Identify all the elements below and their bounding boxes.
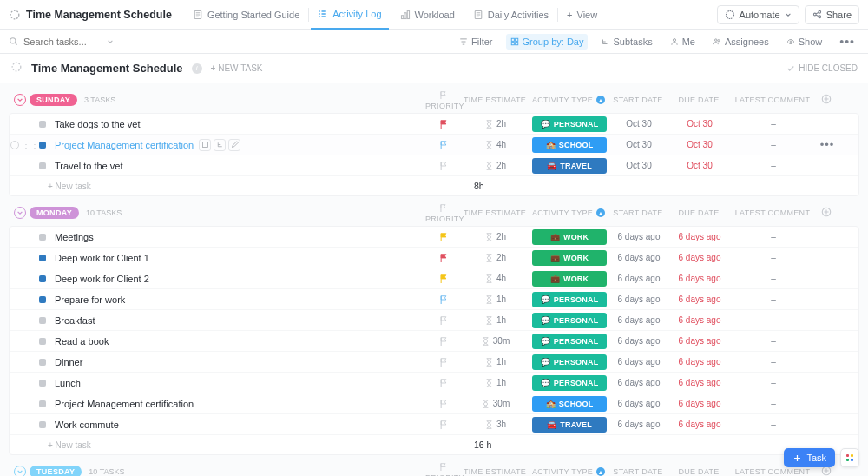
due-date-cell[interactable]: 6 days ago bbox=[669, 393, 730, 413]
priority-flag-icon[interactable] bbox=[439, 119, 448, 129]
task-name[interactable]: Read a book bbox=[55, 336, 423, 347]
task-name[interactable]: Dinner bbox=[55, 357, 423, 367]
tab-workload[interactable]: Workload bbox=[393, 0, 462, 30]
plus-circle-icon[interactable] bbox=[821, 94, 832, 104]
col-activity-type[interactable]: ACTIVITY TYPE ▲ bbox=[529, 96, 608, 104]
activity-type-cell[interactable]: 💼WORK bbox=[530, 227, 608, 247]
priority-cell[interactable] bbox=[426, 331, 461, 351]
due-date-cell[interactable]: 6 days ago bbox=[669, 268, 730, 288]
start-date-cell[interactable]: Oct 30 bbox=[608, 114, 669, 134]
priority-flag-icon[interactable] bbox=[439, 420, 448, 430]
day-label[interactable]: MONDAY bbox=[30, 207, 79, 219]
activity-type-cell[interactable]: 💬PERSONAL bbox=[530, 331, 608, 351]
activity-type-cell[interactable]: 💬PERSONAL bbox=[530, 289, 608, 309]
status-square[interactable] bbox=[39, 317, 46, 324]
col-activity-type[interactable]: ACTIVITY TYPE ▲ bbox=[529, 208, 608, 217]
comment-cell[interactable]: – bbox=[730, 155, 817, 175]
priority-flag-icon[interactable] bbox=[439, 274, 448, 284]
due-date-cell[interactable]: Oct 30 bbox=[669, 155, 730, 175]
priority-cell[interactable] bbox=[426, 310, 461, 330]
start-date-cell[interactable]: 6 days ago bbox=[608, 414, 669, 434]
activity-type-cell[interactable]: 🏫SCHOOL bbox=[530, 393, 608, 413]
task-row[interactable]: Deep work for Client 1 2h 💼WORK 6 days a… bbox=[10, 248, 858, 268]
collapse-caret[interactable] bbox=[14, 94, 26, 106]
edit-icon[interactable] bbox=[228, 139, 240, 151]
status-square[interactable] bbox=[39, 296, 46, 303]
select-radio[interactable] bbox=[10, 141, 19, 149]
share-button[interactable]: Share bbox=[805, 5, 859, 24]
search-input[interactable] bbox=[23, 36, 102, 47]
filter-option[interactable]: Filter bbox=[455, 34, 496, 50]
due-date-cell[interactable]: 6 days ago bbox=[669, 227, 730, 247]
status-square[interactable] bbox=[39, 338, 46, 345]
task-name[interactable]: Travel to the vet bbox=[55, 161, 423, 171]
comment-cell[interactable]: – bbox=[730, 373, 817, 393]
due-date-cell[interactable]: 6 days ago bbox=[669, 331, 730, 351]
status-square[interactable] bbox=[39, 121, 46, 128]
task-row[interactable]: Breakfast 1h 💬PERSONAL 6 days ago 6 days… bbox=[10, 310, 858, 331]
estimate-cell[interactable]: 2h bbox=[461, 227, 530, 247]
task-name[interactable]: Breakfast bbox=[55, 315, 423, 326]
activity-type-cell[interactable]: 💼WORK bbox=[530, 268, 608, 288]
comment-cell[interactable]: – bbox=[730, 393, 817, 413]
col-due-date[interactable]: DUE DATE bbox=[668, 208, 729, 217]
estimate-cell[interactable]: 2h bbox=[461, 114, 530, 134]
start-date-cell[interactable]: Oct 30 bbox=[608, 135, 669, 155]
start-date-cell[interactable]: 6 days ago bbox=[608, 248, 669, 268]
estimate-cell[interactable]: 4h bbox=[461, 135, 530, 155]
task-name[interactable]: Deep work for Client 2 bbox=[55, 274, 423, 284]
status-square[interactable] bbox=[39, 359, 46, 366]
new-task-fab[interactable]: Task bbox=[784, 448, 835, 467]
col-start-date[interactable]: START DATE bbox=[608, 467, 668, 476]
col-priority[interactable]: PRIORITY bbox=[425, 203, 460, 223]
comment-cell[interactable]: – bbox=[730, 310, 817, 330]
status-square[interactable] bbox=[39, 162, 46, 169]
priority-flag-icon[interactable] bbox=[439, 161, 448, 171]
due-date-cell[interactable]: 6 days ago bbox=[669, 352, 730, 372]
rename-icon[interactable] bbox=[199, 139, 211, 151]
tab-activity-log[interactable]: Activity Log bbox=[311, 0, 388, 30]
task-row[interactable]: Dinner 1h 💬PERSONAL 6 days ago 6 days ag… bbox=[10, 352, 858, 373]
comment-cell[interactable]: – bbox=[730, 331, 817, 351]
task-row[interactable]: Deep work for Client 2 4h 💼WORK 6 days a… bbox=[10, 268, 858, 289]
hide-closed-toggle[interactable]: HIDE CLOSED bbox=[786, 63, 858, 73]
start-date-cell[interactable]: 6 days ago bbox=[608, 310, 669, 330]
start-date-cell[interactable]: 6 days ago bbox=[608, 393, 669, 413]
activity-type-cell[interactable]: 💬PERSONAL bbox=[530, 114, 608, 134]
add-column[interactable] bbox=[816, 207, 837, 219]
estimate-cell[interactable]: 1h bbox=[461, 289, 530, 309]
col-due-date[interactable]: DUE DATE bbox=[668, 96, 729, 104]
task-row[interactable]: Read a book 30m 💬PERSONAL 6 days ago 6 d… bbox=[10, 331, 858, 352]
comment-cell[interactable]: – bbox=[730, 135, 817, 155]
priority-flag-icon[interactable] bbox=[439, 336, 448, 347]
assignees-option[interactable]: Assignees bbox=[708, 34, 773, 50]
new-task-row[interactable]: + New task8h bbox=[10, 176, 858, 195]
status-square[interactable] bbox=[39, 380, 46, 387]
priority-flag-icon[interactable] bbox=[439, 253, 448, 263]
show-option[interactable]: Show bbox=[782, 34, 827, 50]
comment-cell[interactable]: – bbox=[730, 114, 817, 134]
comment-cell[interactable]: – bbox=[730, 248, 817, 268]
priority-flag-icon[interactable] bbox=[439, 399, 448, 409]
add-column[interactable] bbox=[816, 94, 837, 106]
subtasks-option[interactable]: Subtasks bbox=[596, 34, 656, 50]
col-start-date[interactable]: START DATE bbox=[608, 96, 668, 104]
start-date-cell[interactable]: 6 days ago bbox=[608, 352, 669, 372]
status-square[interactable] bbox=[39, 234, 46, 241]
estimate-cell[interactable]: 2h bbox=[461, 155, 530, 175]
col-latest-comment[interactable]: LATEST COMMENT bbox=[729, 467, 816, 476]
priority-flag-icon[interactable] bbox=[439, 140, 448, 150]
priority-cell[interactable] bbox=[426, 373, 461, 393]
subtask-icon[interactable] bbox=[214, 139, 226, 151]
col-latest-comment[interactable]: LATEST COMMENT bbox=[729, 208, 816, 217]
priority-flag-icon[interactable] bbox=[439, 378, 448, 388]
priority-cell[interactable] bbox=[426, 114, 461, 134]
estimate-cell[interactable]: 1h bbox=[461, 352, 530, 372]
task-name[interactable]: Deep work for Client 1 bbox=[55, 253, 423, 263]
col-latest-comment[interactable]: LATEST COMMENT bbox=[729, 96, 816, 104]
priority-flag-icon[interactable] bbox=[439, 315, 448, 326]
tab-getting-started[interactable]: Getting Started Guide bbox=[186, 0, 306, 30]
start-date-cell[interactable]: 6 days ago bbox=[608, 373, 669, 393]
priority-cell[interactable] bbox=[426, 352, 461, 372]
task-name[interactable]: Take dogs to the vet bbox=[55, 119, 423, 129]
